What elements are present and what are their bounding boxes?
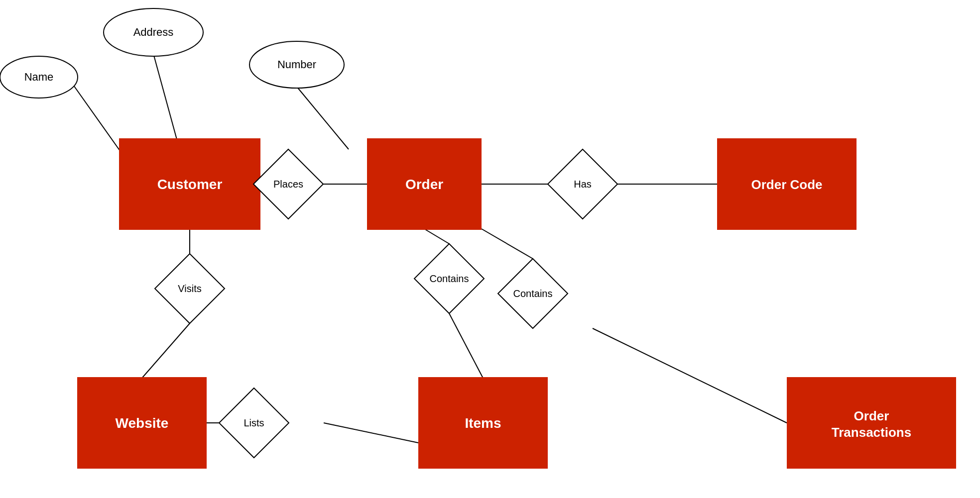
website-label: Website [116, 415, 169, 431]
er-diagram: Address Name Number Customer Order Order… [0, 0, 980, 498]
order-label: Order [405, 177, 443, 192]
ordertransactions-label1: Order [854, 408, 889, 423]
visits-label: Visits [178, 283, 201, 294]
items-label: Items [465, 415, 501, 431]
line-address-customer [153, 54, 177, 139]
has-label: Has [574, 179, 592, 190]
address-label: Address [133, 26, 174, 38]
name-label: Name [24, 71, 54, 83]
lists-label: Lists [244, 417, 264, 428]
line-order-contains1 [424, 229, 449, 244]
line-contains1-items [449, 313, 483, 378]
contains1-label: Contains [430, 273, 469, 284]
contains2-label: Contains [513, 288, 553, 299]
customer-label: Customer [157, 177, 223, 192]
line-visits-website [142, 323, 190, 378]
ordertransactions-label2: Transactions [832, 425, 911, 440]
line-number-order [296, 86, 349, 149]
ordercode-label: Order Code [751, 177, 822, 192]
line-contains2-ordertrans [593, 328, 787, 423]
number-label: Number [277, 58, 316, 71]
places-label: Places [273, 179, 303, 190]
line-lists-items [324, 423, 418, 443]
line-order-contains2 [482, 229, 533, 259]
